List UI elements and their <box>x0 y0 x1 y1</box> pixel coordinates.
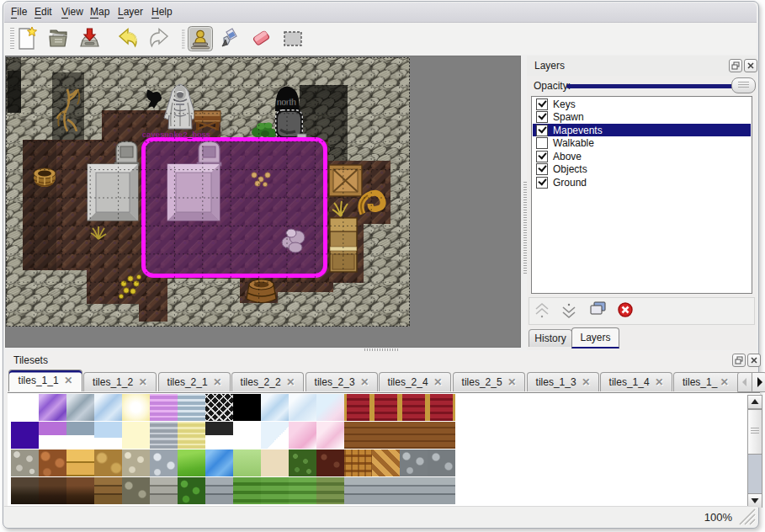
svg-text:north: north <box>277 98 296 107</box>
svg-text:cavesnake2_boss: cavesnake2_boss <box>142 130 210 139</box>
